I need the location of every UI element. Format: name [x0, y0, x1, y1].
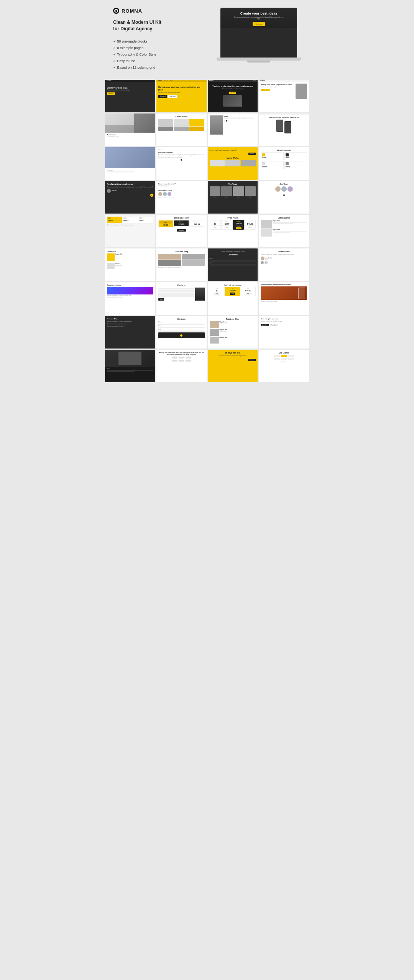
our-team: Our Team [261, 183, 307, 185]
preview-card-25: Awesome Features Reactant to some fault … [105, 282, 155, 315]
preview-card-22: From our Blog Reactant to some fault com… [156, 248, 207, 281]
save-time: Save time, we will do routine tasks for … [261, 117, 307, 118]
from-blog-title: From our Blog [158, 250, 205, 253]
screen-nav: ROMNA Home [220, 8, 297, 8]
features-list: 50 pre-made blocks 8 example pages Typog… [113, 38, 174, 71]
card3-title: The best application that you could ever… [210, 85, 256, 87]
read-testimonials: Read what they say about us [107, 183, 153, 185]
screen-hero: Create your best ideas Reactant to some … [220, 9, 297, 28]
latest-works-title: Latest Works [158, 115, 205, 118]
preview-card-8: Save time, we will do routine tasks for … [259, 113, 309, 146]
preview-card-5: Architecture modern building design [105, 113, 155, 146]
preview-card-1: ROMNA Create your best ideas Reactant to… [105, 80, 155, 112]
preview-card-7: Do go Reactant to some fault complete an… [208, 113, 258, 146]
scheduling-title: The most convenient scheduling applicati… [261, 284, 307, 286]
preview-card-11: Do you really want to change the world? … [208, 147, 258, 180]
laptop-stand [247, 61, 270, 62]
preview-card-20: Latest Works Project Name Project Name [259, 215, 309, 247]
feature-item: 8 example pages [113, 45, 174, 51]
screen-hero-title: Create your best ideas [240, 12, 278, 15]
preview-card-6: Latest Works [156, 113, 207, 146]
preview-card-29: From our Blog Reactant to some fault com… [105, 316, 155, 349]
preview-card-30: Contacts Address Phone Email [156, 316, 207, 349]
preview-card-13: Read what they say about us Reactant to … [105, 181, 155, 214]
nav-bar: ROMNA [105, 80, 155, 82]
feature-item: Typography & Color Style [113, 51, 174, 58]
laptop-base [217, 58, 301, 61]
tariffs-title: Tariffs will suit everyone [210, 284, 256, 286]
latest-works-3: Latest Works [261, 217, 307, 219]
header-left: ROMNA Clean & Modern UI Kit for Digital … [113, 8, 174, 71]
our-clients: Our Clients [261, 352, 307, 354]
card4-title: Manage their affairs simply as never bef… [261, 84, 295, 86]
feature-item: Easy to use [113, 58, 174, 64]
preview-card-34: Among our customers there are many popul… [156, 350, 207, 382]
logo-text: ROMNA [122, 8, 142, 14]
header-section: ROMNA Clean & Modern UI Kit for Digital … [104, 0, 310, 77]
preview-card-16: Our Team Ryan Pike Young Jean Jennifer S… [259, 181, 309, 214]
card1-title: Create your best ideas [107, 87, 153, 89]
preview-card-2: ROMNA Home About We help your business r… [156, 80, 207, 112]
start-btn: Start now [107, 92, 115, 95]
logo-icon [113, 8, 119, 14]
preview-card-23: Do you really want to find the best? Con… [208, 248, 258, 281]
feature-item: 50 pre-made blocks [113, 38, 174, 45]
preview-card-10: About us About our company Reactant to s… [156, 147, 207, 180]
preview-card-28: The most convenient scheduling applicati… [259, 282, 309, 315]
preview-card-19: Price Plans Free $0 Feature 1 Feature 2 … [208, 215, 258, 247]
preview-card-35: 15 days free trial Reactant to some faul… [208, 350, 258, 382]
laptop-screen: ROMNA Home Create your best ideas Reacta… [220, 8, 297, 58]
preview-card-36: Our Clients and more... [259, 350, 309, 382]
preview-card-27: Tariffs will suit everyone Free $0 Start… [208, 282, 258, 315]
start-app: Start using the app now [261, 318, 307, 320]
project-name: Project Name [273, 220, 307, 222]
card2-title: We help your business reach new heights … [158, 86, 205, 91]
preview-card-14: Have a project in mind? hello@example.co… [156, 181, 207, 214]
contacts-title: Contacts [158, 284, 205, 286]
preview-card-3: ROMNA Home The best application that you… [208, 80, 258, 112]
preview-card-24: Testimonials Reactant to some fault comp… [259, 248, 309, 281]
tagline: Clean & Modern UI Kit for Digital Agency [113, 19, 174, 32]
contacts-2: Contacts [158, 318, 205, 320]
feature-item: Based on 12 columg grid [113, 64, 174, 71]
preview-card-32: Start using the app now Reactant to some… [259, 316, 309, 349]
preview-card-9: Typography [105, 147, 155, 180]
preview-grid: ROMNA Create your best ideas Reactant to… [105, 80, 309, 382]
select-tariff: Select your tariff [158, 217, 205, 219]
preview-card-18: Select your tariff Best $9.99 Popular $2… [156, 215, 207, 247]
preview-card-21: Our services Service Title Reactant comp… [105, 248, 155, 281]
price-plans: Price Plans [210, 217, 256, 219]
among-customers: Among our customers there are many popul… [158, 352, 205, 355]
preview-card-15: The Team Name Name Name [208, 181, 258, 214]
days-trial: 15 days free trial [210, 352, 256, 354]
logo: ROMNA [113, 8, 174, 14]
preview-grid-section: ROMNA Create your best ideas Reactant to… [104, 77, 310, 385]
contact-us: Contact Us [210, 253, 256, 256]
screen-cta-btn: Start now [253, 22, 265, 26]
screen-hero-sub: Reactant to some fault complete, annoyin… [234, 17, 284, 20]
latest-works-2: Latest Works [210, 157, 256, 159]
from-blog-dark: From our Blog [107, 318, 153, 320]
front-blog-title: Front our Blog [210, 318, 256, 320]
preview-card-12: What do we do Strategy Complete fault De… [259, 147, 309, 180]
testimonials: Testimonials [261, 250, 307, 253]
awesome-features: Awesome Features [107, 284, 153, 286]
preview-card-17: Feature 1 text here Feature 2 text here … [105, 215, 155, 247]
our-services: Our services [107, 250, 153, 252]
preview-card-26: Contacts Send [156, 282, 207, 315]
preview-card-4: ROMNA Manage their affairs simply as nev… [259, 80, 309, 112]
lets-talk: Let's talk [248, 153, 256, 155]
preview-card-31: Front our Blog Blog title here Reactant … [208, 316, 258, 349]
what-we-do: What do we do [261, 149, 307, 151]
header-right: ROMNA Home Create your best ideas Reacta… [182, 8, 301, 69]
preview-card-33: Work [105, 350, 155, 382]
start-now-btn[interactable]: Start now [248, 359, 256, 361]
laptop-mockup: ROMNA Home Create your best ideas Reacta… [217, 8, 301, 69]
the-team: The Team [210, 183, 256, 185]
